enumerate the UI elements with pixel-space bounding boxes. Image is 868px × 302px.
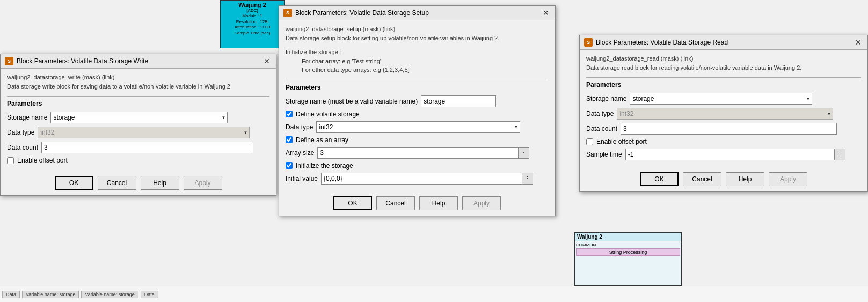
enable-offset-label-write: Enable offset port — [17, 157, 68, 164]
dialog-read-footer: OK Cancel Help Apply — [580, 169, 867, 191]
waijung-bottom-title: Waijung 2 — [575, 233, 681, 241]
data-type-select-wrapper-setup: int32 — [316, 121, 520, 133]
dialog-setup-cancel[interactable]: Cancel — [376, 196, 415, 210]
dialog-setup-title: Block Parameters: Volatile Data Storage … — [295, 9, 429, 17]
bottom-label-2: Variable name: storage — [22, 291, 79, 298]
initial-value-btn[interactable]: ⋮ — [522, 173, 533, 185]
data-type-select-wrapper-read: int32 — [617, 108, 833, 120]
string-processing-bar: String Processing — [576, 248, 680, 256]
sample-time-input[interactable] — [625, 149, 835, 160]
data-type-select-write[interactable]: int32 — [38, 127, 250, 138]
define-array-checkbox[interactable] — [286, 136, 293, 143]
storage-name-label: Storage name — [7, 114, 47, 121]
dialog-read-titlebar: S Block Parameters: Volatile Data Storag… — [580, 35, 867, 50]
dialog-read-subtitle: waijung2_datastorage_read (mask) (link) — [586, 55, 861, 62]
dialog-write-ok[interactable]: OK — [55, 176, 93, 190]
dialog-setup-titlebar: S Block Parameters: Volatile Data Storag… — [279, 6, 555, 20]
dialog-write-description: Data storage write block for saving data… — [7, 83, 269, 91]
enable-offset-checkbox-read[interactable] — [586, 138, 593, 145]
waijung-block-info: [ADC] Module : 1 Resolution : 12Bi Atten… — [235, 8, 271, 36]
data-type-label-write: Data type — [7, 129, 34, 136]
storage-name-row: Storage name storage — [7, 112, 269, 123]
enable-offset-label-read: Enable offset port — [596, 138, 647, 145]
dialog-read-body: waijung2_datastorage_read (mask) (link) … — [580, 50, 867, 169]
data-type-row-setup: Data type int32 — [286, 121, 549, 133]
dialog-read-cancel[interactable]: Cancel — [683, 172, 721, 186]
data-type-select-setup[interactable]: int32 — [316, 121, 520, 133]
array-size-btn[interactable]: ⋮ — [519, 147, 529, 159]
waijung-bottom-block: Waijung 2 COMMON String Processing — [574, 232, 682, 286]
dialog-read-params-label: Parameters — [586, 81, 861, 89]
dialog-setup-ok[interactable]: OK — [333, 196, 372, 210]
dialog-write-body: waijung2_datastorage_write (mask) (link)… — [1, 69, 276, 173]
dialog-write-close[interactable]: ✕ — [262, 56, 272, 66]
data-type-select-wrapper-write: int32 — [38, 127, 250, 138]
dialog-write-title: Block Parameters: Volatile Data Storage … — [17, 57, 148, 65]
storage-name-row-setup: Storage name (must be a valid variable n… — [286, 95, 549, 107]
storage-name-label-read: Storage name — [586, 95, 626, 102]
dialog-write-subtitle: waijung2_datastorage_write (mask) (link) — [7, 74, 269, 80]
dialog-setup-description: Data storage setup block for setting up … — [286, 34, 549, 42]
dialog-setup-subtitle: waijung2_datastorage_setup (mask) (link) — [286, 26, 549, 32]
dialog-read-icon: S — [584, 38, 593, 47]
data-count-input-read[interactable] — [621, 123, 837, 135]
bottom-label-3: Variable name: storage — [81, 291, 138, 298]
dialog-write-apply[interactable]: Apply — [184, 176, 222, 190]
data-count-row-write: Data count — [7, 142, 269, 153]
init-storage-label: Initialize the storage — [296, 162, 353, 170]
dialog-read-description: Data storage read block for reading vola… — [586, 64, 861, 72]
dialog-setup-params-label: Parameters — [286, 84, 549, 91]
dialog-write-help[interactable]: Help — [141, 176, 179, 190]
data-count-input-write[interactable] — [41, 142, 253, 153]
storage-name-row-read: Storage name storage — [586, 93, 861, 105]
dialog-write-params-label: Parameters — [7, 100, 269, 107]
storage-name-input-setup[interactable] — [421, 95, 496, 107]
data-type-select-read[interactable]: int32 — [617, 108, 833, 120]
initial-value-input-group: ⋮ — [321, 173, 533, 185]
storage-name-select-wrapper-read: storage — [630, 93, 812, 105]
waijung-block-top[interactable]: Waijung 2 [ADC] Module : 1 Resolution : … — [220, 0, 285, 48]
dialog-write-icon: S — [5, 57, 13, 65]
data-type-row-write: Data type int32 — [7, 127, 269, 138]
dialog-read: S Block Parameters: Volatile Data Storag… — [579, 35, 868, 192]
bottom-items: Data Variable name: storage Variable nam… — [2, 291, 158, 298]
init-storage-checkbox[interactable] — [286, 162, 293, 169]
bottom-bar: Data Variable name: storage Variable nam… — [0, 286, 868, 302]
data-count-label-write: Data count — [7, 144, 38, 151]
dialog-read-help[interactable]: Help — [726, 172, 764, 186]
storage-name-select-read[interactable]: storage — [630, 93, 812, 105]
dialog-setup-close[interactable]: ✕ — [541, 8, 551, 18]
storage-name-label-setup: Storage name (must be a valid variable n… — [286, 98, 418, 105]
enable-offset-checkbox-write[interactable] — [7, 157, 14, 164]
dialog-read-close[interactable]: ✕ — [854, 38, 863, 47]
init-storage-row: Initialize the storage — [286, 162, 549, 170]
dialog-write: S Block Parameters: Volatile Data Storag… — [0, 54, 276, 196]
array-size-input[interactable] — [317, 147, 519, 159]
array-size-row: Array size ⋮ — [286, 147, 549, 159]
dialog-setup-help[interactable]: Help — [419, 196, 458, 210]
dialog-setup-footer: OK Cancel Help Apply — [279, 193, 555, 216]
waijung-block-title: Waijung 2 — [238, 2, 266, 8]
dialog-write-cancel[interactable]: Cancel — [98, 176, 136, 190]
sample-time-label: Sample time — [586, 151, 622, 158]
dialog-read-apply[interactable]: Apply — [769, 172, 807, 186]
dialog-write-footer: OK Cancel Help Apply — [1, 173, 276, 195]
dialog-write-titlebar: S Block Parameters: Volatile Data Storag… — [1, 54, 276, 69]
dialog-setup-body: waijung2_datastorage_setup (mask) (link)… — [279, 20, 555, 193]
dialog-setup-apply[interactable]: Apply — [462, 196, 501, 210]
array-size-label: Array size — [286, 149, 314, 157]
define-volatile-row: Define volatile storage — [286, 111, 549, 118]
enable-offset-row-read: Enable offset port — [586, 138, 861, 145]
define-array-label: Define as an array — [296, 136, 348, 144]
initial-value-input[interactable] — [321, 173, 522, 185]
data-type-label-setup: Data type — [286, 123, 313, 131]
dialog-setup-init-info: Initialize the storage : For char array:… — [286, 48, 549, 75]
storage-name-select[interactable]: storage — [50, 112, 228, 123]
dialog-read-ok[interactable]: OK — [640, 172, 679, 186]
dialog-setup-icon: S — [283, 9, 292, 17]
sample-time-btn[interactable]: ⋮ — [835, 149, 845, 160]
waijung-bottom-content: COMMON String Processing — [575, 241, 681, 258]
define-volatile-checkbox[interactable] — [286, 111, 293, 117]
define-array-row: Define as an array — [286, 136, 549, 144]
define-volatile-label: Define volatile storage — [296, 111, 360, 118]
